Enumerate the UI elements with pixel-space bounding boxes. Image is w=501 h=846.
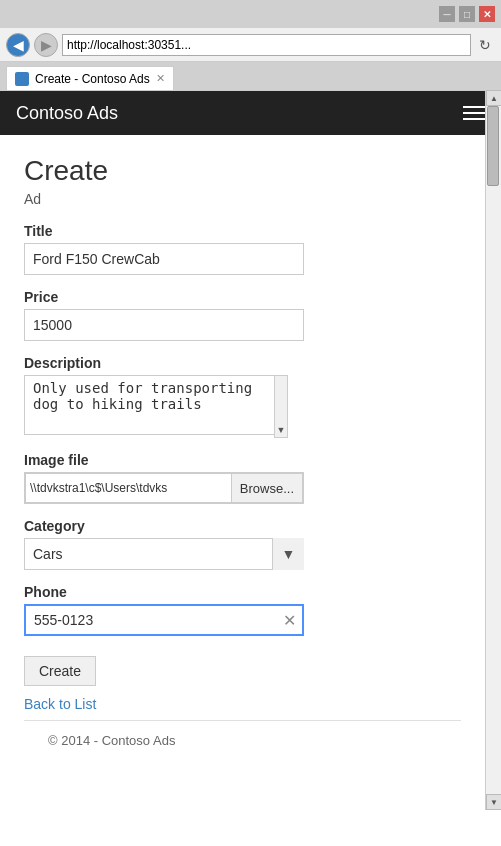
- category-field-group: Category Cars Motorcycles Trucks Other ▼: [24, 518, 461, 570]
- minimize-button[interactable]: ─: [439, 6, 455, 22]
- back-button[interactable]: ◀: [6, 33, 30, 57]
- browser-title-bar: ─ □ ✕ ◀ ▶ ↻ Create - Contoso Ads ✕: [0, 0, 501, 91]
- tab-bar: Create - Contoso Ads ✕: [0, 62, 501, 90]
- tab-favicon: [15, 72, 29, 86]
- tab-close-button[interactable]: ✕: [156, 72, 165, 85]
- forward-button[interactable]: ▶: [34, 33, 58, 57]
- price-input[interactable]: [24, 309, 304, 341]
- phone-input[interactable]: [24, 604, 304, 636]
- app-brand: Contoso Ads: [16, 103, 118, 124]
- browse-button[interactable]: Browse...: [232, 474, 302, 502]
- file-path: \\tdvkstra1\c$\Users\tdvks: [26, 474, 232, 502]
- refresh-icon[interactable]: ↻: [475, 37, 495, 53]
- title-label: Title: [24, 223, 461, 239]
- description-input[interactable]: [24, 375, 288, 435]
- footer-text: © 2014 - Contoso Ads: [48, 733, 175, 748]
- textarea-scrollbar[interactable]: ▼: [274, 375, 288, 438]
- browser-scrollbar[interactable]: ▲ ▼: [485, 90, 501, 810]
- page-title: Create: [24, 155, 461, 187]
- hamburger-line-1: [463, 106, 485, 108]
- app-navbar: Contoso Ads: [0, 91, 501, 135]
- image-label: Image file: [24, 452, 461, 468]
- file-input-wrapper: \\tdvkstra1\c$\Users\tdvks Browse...: [24, 472, 304, 504]
- price-label: Price: [24, 289, 461, 305]
- category-select[interactable]: Cars Motorcycles Trucks Other: [24, 538, 304, 570]
- phone-field-group: Phone ✕: [24, 584, 461, 636]
- hamburger-menu[interactable]: [463, 106, 485, 120]
- section-label: Ad: [24, 191, 461, 207]
- address-bar: ◀ ▶ ↻: [0, 28, 501, 62]
- page-footer: © 2014 - Contoso Ads: [24, 720, 461, 760]
- scrollbar-down-arrow[interactable]: ▼: [486, 794, 501, 810]
- back-to-list-link[interactable]: Back to List: [24, 696, 96, 712]
- price-field-group: Price: [24, 289, 461, 341]
- textarea-scroll-down-icon[interactable]: ▼: [277, 423, 286, 437]
- hamburger-line-2: [463, 112, 485, 114]
- url-input[interactable]: [62, 34, 471, 56]
- description-wrapper: ▼: [24, 375, 288, 438]
- page-content: Create Ad Title Price Description ▼ Imag…: [0, 135, 485, 780]
- maximize-button[interactable]: □: [459, 6, 475, 22]
- close-button[interactable]: ✕: [479, 6, 495, 22]
- phone-clear-button[interactable]: ✕: [283, 611, 296, 630]
- title-field-group: Title: [24, 223, 461, 275]
- scrollbar-track[interactable]: [486, 106, 501, 794]
- scrollbar-up-arrow[interactable]: ▲: [486, 90, 501, 106]
- title-input[interactable]: [24, 243, 304, 275]
- category-label: Category: [24, 518, 461, 534]
- tab-label: Create - Contoso Ads: [35, 72, 150, 86]
- create-button[interactable]: Create: [24, 656, 96, 686]
- phone-label: Phone: [24, 584, 461, 600]
- hamburger-line-3: [463, 118, 485, 120]
- scrollbar-thumb[interactable]: [487, 106, 499, 186]
- description-field-group: Description ▼: [24, 355, 461, 438]
- category-select-wrapper: Cars Motorcycles Trucks Other ▼: [24, 538, 304, 570]
- image-field-group: Image file \\tdvkstra1\c$\Users\tdvks Br…: [24, 452, 461, 504]
- active-tab[interactable]: Create - Contoso Ads ✕: [6, 66, 174, 90]
- phone-input-wrapper: ✕: [24, 604, 304, 636]
- description-label: Description: [24, 355, 461, 371]
